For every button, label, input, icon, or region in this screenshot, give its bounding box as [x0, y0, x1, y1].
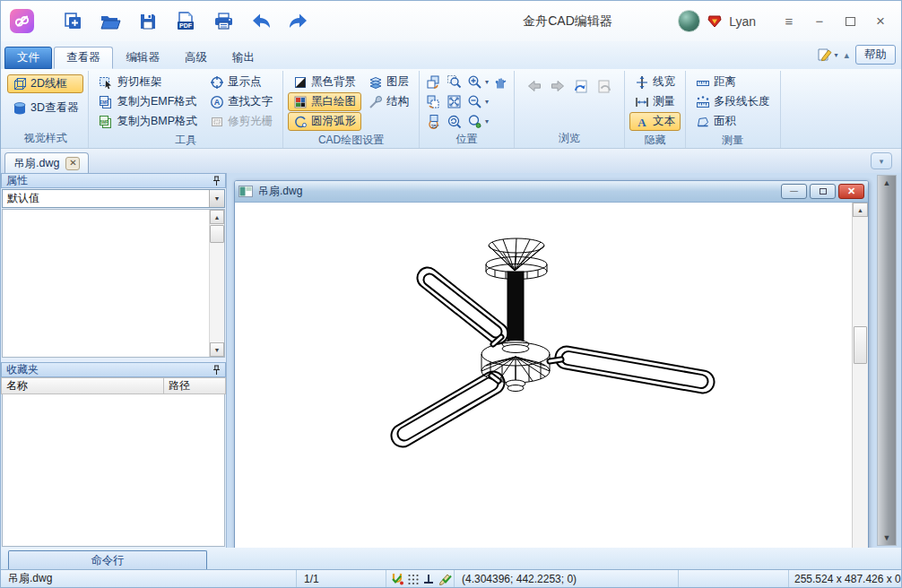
zoom-out-icon[interactable] [465, 92, 483, 110]
grid-icon[interactable] [407, 573, 420, 585]
mdi-scroll-up-icon[interactable]: ▲ [883, 178, 891, 187]
clip-frame-button[interactable]: 剪切框架 [93, 73, 203, 91]
new-file-button[interactable] [59, 8, 86, 35]
tab-advanced[interactable]: 高级 [173, 47, 219, 69]
annotate-pencil-icon[interactable]: ▾ [817, 47, 837, 63]
document-tab[interactable]: 吊扇.dwg ✕ [4, 152, 89, 173]
scroll-down-icon[interactable]: ▼ [210, 342, 224, 357]
fit-screen-icon[interactable] [445, 92, 463, 110]
show-points-icon [210, 75, 224, 90]
hide-text-button[interactable]: A 文本 [629, 112, 681, 131]
trim-raster-icon [210, 115, 224, 129]
tab-output[interactable]: 输出 [221, 47, 266, 69]
title-bar: PDF 金舟CAD编辑器 Lyan ≡ − × [1, 1, 901, 41]
properties-scrollbar[interactable]: ▲ ▼ [209, 210, 224, 357]
maximize-button[interactable] [838, 10, 862, 33]
zoom-in-icon[interactable] [465, 73, 483, 91]
zoom-in-caret[interactable]: ▾ [485, 78, 489, 86]
export-pdf-button[interactable]: PDF [172, 8, 199, 35]
show-points-button[interactable]: 显示点 [204, 73, 278, 91]
black-background-icon [293, 75, 308, 90]
canvas-scroll-up-icon[interactable]: ▲ [853, 203, 868, 217]
help-button[interactable]: 帮助 [855, 45, 896, 65]
tab-list-chevron-icon[interactable]: ▾ [871, 152, 892, 169]
app-logo-icon [10, 9, 34, 33]
find-text-button[interactable]: A 查找文字 [204, 92, 278, 111]
group-label-cad-settings: CAD绘图设置 [288, 131, 414, 150]
ribbon-group-hide: 线宽 测量 A 文本 隐藏 [625, 71, 686, 148]
copy-emf-button[interactable]: EMF 复制为EMF格式 [93, 92, 203, 111]
document-tab-bar: 吊扇.dwg ✕ ▾ [1, 149, 901, 173]
scroll-up-icon[interactable]: ▲ [210, 210, 224, 224]
document-tab-close-icon[interactable]: ✕ [65, 157, 80, 170]
group-label-visual-style: 视觉样式 [7, 129, 83, 148]
canvas-scrollbar-thumb[interactable] [854, 326, 867, 364]
favorites-panel: 收藏夹 名称 路径 [1, 362, 226, 548]
document-icon [239, 186, 253, 197]
zoom-window-icon[interactable] [445, 73, 463, 91]
favorites-col-name[interactable]: 名称 [1, 377, 164, 394]
view-undo-icon[interactable] [572, 77, 590, 95]
sketch-check-icon[interactable] [438, 572, 452, 585]
rotate-view-icon[interactable] [424, 73, 442, 91]
copy-emf-icon: EMF [99, 95, 113, 109]
collapse-ribbon-icon[interactable]: ▴ [844, 49, 849, 61]
mdi-scroll-down-icon[interactable]: ▼ [883, 533, 891, 542]
tab-file[interactable]: 文件 [4, 47, 52, 69]
print-button[interactable] [210, 8, 237, 35]
app-title: 金舟CAD编辑器 [297, 13, 838, 30]
layers-button[interactable]: 图层 [363, 73, 414, 91]
zoom-extents-icon[interactable] [465, 112, 483, 130]
black-background-button[interactable]: 黑色背景 [288, 73, 361, 91]
rotate-35-icon[interactable]: 35° [424, 112, 442, 130]
favorites-col-path[interactable]: 路径 [164, 377, 226, 394]
mdi-vertical-scrollbar[interactable]: ▲ ▼ [877, 175, 897, 546]
viewer-3d-icon [13, 101, 27, 116]
doc-minimize-button[interactable]: — [781, 184, 807, 199]
properties-value-select[interactable]: 默认值 ▼ [2, 189, 225, 208]
smooth-arc-button[interactable]: 圆滑弧形 [288, 112, 361, 131]
command-line-button[interactable]: 命令行 [8, 550, 207, 569]
cad-canvas[interactable] [235, 203, 852, 548]
copy-bmp-button[interactable]: BMP 复制为BMP格式 [93, 112, 203, 131]
measure-distance-button[interactable]: 距离 [690, 73, 776, 91]
undo-button[interactable] [247, 8, 274, 35]
zoom-previous-icon[interactable] [445, 112, 463, 130]
flip-view-icon[interactable] [424, 92, 442, 110]
open-file-button[interactable] [97, 8, 124, 35]
pan-hand-icon[interactable] [491, 73, 509, 91]
structure-button[interactable]: 结构 [363, 92, 414, 111]
favorites-panel-title: 收藏夹 [6, 362, 39, 377]
save-button[interactable] [134, 8, 161, 35]
canvas-vertical-scrollbar[interactable]: ▲ [852, 203, 868, 548]
hide-measure-button[interactable]: 测量 [629, 92, 681, 111]
ortho-icon[interactable] [422, 573, 435, 585]
hide-line-width-button[interactable]: 线宽 [629, 73, 681, 91]
pin-icon[interactable] [212, 176, 221, 186]
doc-restore-button[interactable] [810, 184, 836, 199]
layers-icon [369, 75, 383, 90]
close-button[interactable]: × [869, 10, 892, 33]
ribbon-group-cad-settings: 黑色背景 黑白绘图 圆滑弧形 图层 [283, 71, 420, 148]
wireframe-2d-button[interactable]: 2D线框 [7, 74, 83, 93]
polyline-ruler-icon [696, 95, 710, 109]
left-panel-column: 属性 默认值 ▼ ▲ ▼ 收藏夹 名称 [1, 173, 227, 548]
pin-icon[interactable] [212, 365, 221, 376]
measure-area-button[interactable]: 面积 [690, 112, 776, 131]
tab-viewer[interactable]: 查看器 [54, 47, 113, 69]
doc-close-button[interactable]: ✕ [838, 184, 864, 199]
svg-text:A: A [214, 98, 221, 107]
ribbon-group-position: ▾ ▾ 35° ▾ 位置 [420, 71, 515, 148]
bw-drawing-button[interactable]: 黑白绘图 [288, 92, 361, 111]
zoom-out-caret[interactable]: ▾ [485, 98, 489, 106]
scrollbar-thumb[interactable] [210, 225, 224, 243]
document-window-titlebar[interactable]: 吊扇.dwg — ✕ [235, 181, 868, 203]
osnap-icon[interactable] [390, 572, 404, 585]
combo-dropdown-icon[interactable]: ▼ [209, 190, 224, 207]
viewer-3d-button[interactable]: 3D查看器 [7, 99, 83, 117]
group-label-position: 位置 [424, 130, 509, 149]
status-file-name: 吊扇.dwg [1, 570, 297, 587]
tab-editor[interactable]: 编辑器 [115, 47, 172, 69]
measure-polyline-button[interactable]: 多段线长度 [690, 92, 776, 111]
zoom-extents-caret[interactable]: ▾ [485, 117, 489, 125]
